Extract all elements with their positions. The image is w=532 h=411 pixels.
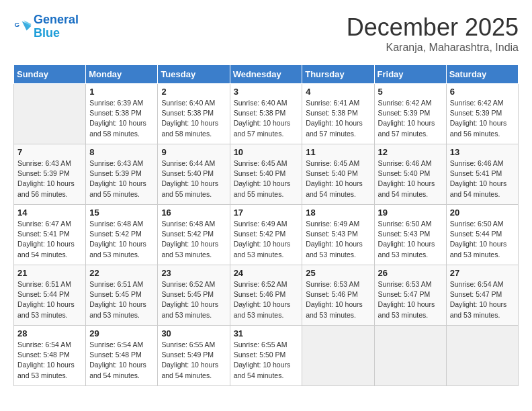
day-number: 8: [89, 147, 154, 157]
day-info: Sunrise: 6:39 AMSunset: 5:38 PMDaylight:…: [89, 98, 154, 139]
calendar-day-cell: 30Sunrise: 6:55 AMSunset: 5:49 PMDayligh…: [158, 326, 230, 386]
calendar-day-cell: 18Sunrise: 6:49 AMSunset: 5:43 PMDayligh…: [302, 205, 374, 265]
calendar-day-cell: 28Sunrise: 6:54 AMSunset: 5:48 PMDayligh…: [14, 326, 86, 386]
weekday-header-row: SundayMondayTuesdayWednesdayThursdayFrid…: [14, 65, 519, 84]
day-number: 4: [306, 87, 370, 97]
day-number: 12: [378, 147, 443, 157]
calendar-table: SundayMondayTuesdayWednesdayThursdayFrid…: [13, 64, 519, 386]
day-info: Sunrise: 6:52 AMSunset: 5:45 PMDaylight:…: [161, 279, 226, 320]
weekday-header-cell: Tuesday: [158, 65, 230, 84]
calendar-day-cell: 27Sunrise: 6:54 AMSunset: 5:47 PMDayligh…: [446, 265, 518, 326]
logo-icon: G: [13, 17, 32, 36]
day-info: Sunrise: 6:53 AMSunset: 5:47 PMDaylight:…: [378, 279, 443, 320]
calendar-day-cell: 7Sunrise: 6:43 AMSunset: 5:39 PMDaylight…: [14, 144, 86, 205]
calendar-week-row: 7Sunrise: 6:43 AMSunset: 5:39 PMDaylight…: [14, 144, 519, 205]
calendar-day-cell: 6Sunrise: 6:42 AMSunset: 5:39 PMDaylight…: [446, 84, 518, 144]
day-info: Sunrise: 6:43 AMSunset: 5:39 PMDaylight:…: [89, 158, 154, 199]
calendar-day-cell: 22Sunrise: 6:51 AMSunset: 5:45 PMDayligh…: [86, 265, 158, 326]
day-number: 24: [234, 268, 299, 278]
day-number: 5: [378, 87, 443, 97]
page-header: G GeneralBlue December 2025 Karanja, Mah…: [13, 13, 519, 54]
day-number: 3: [234, 87, 299, 97]
calendar-day-cell: 1Sunrise: 6:39 AMSunset: 5:38 PMDaylight…: [86, 84, 158, 144]
day-number: 9: [161, 147, 226, 157]
day-number: 14: [17, 208, 82, 218]
calendar-day-cell: 17Sunrise: 6:49 AMSunset: 5:42 PMDayligh…: [230, 205, 302, 265]
day-info: Sunrise: 6:41 AMSunset: 5:38 PMDaylight:…: [306, 98, 370, 139]
month-title: December 2025: [347, 13, 519, 42]
day-number: 21: [17, 268, 82, 278]
day-number: 17: [234, 208, 299, 218]
calendar-day-cell: 5Sunrise: 6:42 AMSunset: 5:39 PMDaylight…: [374, 84, 446, 144]
day-number: 7: [17, 147, 82, 157]
day-number: 1: [89, 87, 154, 97]
weekday-header-cell: Friday: [374, 65, 446, 84]
day-info: Sunrise: 6:50 AMSunset: 5:44 PMDaylight:…: [450, 219, 515, 260]
day-info: Sunrise: 6:40 AMSunset: 5:38 PMDaylight:…: [234, 98, 299, 139]
day-info: Sunrise: 6:49 AMSunset: 5:42 PMDaylight:…: [234, 219, 299, 260]
calendar-day-cell: 13Sunrise: 6:46 AMSunset: 5:41 PMDayligh…: [446, 144, 518, 205]
calendar-day-cell: 14Sunrise: 6:47 AMSunset: 5:41 PMDayligh…: [14, 205, 86, 265]
day-number: 6: [450, 87, 515, 97]
calendar-day-cell: 20Sunrise: 6:50 AMSunset: 5:44 PMDayligh…: [446, 205, 518, 265]
day-info: Sunrise: 6:54 AMSunset: 5:48 PMDaylight:…: [89, 340, 154, 381]
calendar-day-cell: 29Sunrise: 6:54 AMSunset: 5:48 PMDayligh…: [86, 326, 158, 386]
day-number: 29: [89, 328, 154, 338]
day-info: Sunrise: 6:52 AMSunset: 5:46 PMDaylight:…: [234, 279, 299, 320]
day-info: Sunrise: 6:53 AMSunset: 5:46 PMDaylight:…: [306, 279, 370, 320]
calendar-day-cell: 15Sunrise: 6:48 AMSunset: 5:42 PMDayligh…: [86, 205, 158, 265]
day-number: 20: [450, 208, 515, 218]
day-info: Sunrise: 6:46 AMSunset: 5:40 PMDaylight:…: [378, 158, 443, 199]
day-number: 26: [378, 268, 443, 278]
day-info: Sunrise: 6:54 AMSunset: 5:48 PMDaylight:…: [17, 340, 82, 381]
day-info: Sunrise: 6:48 AMSunset: 5:42 PMDaylight:…: [89, 219, 154, 260]
day-number: 18: [306, 208, 370, 218]
weekday-header-cell: Thursday: [302, 65, 374, 84]
title-block: December 2025 Karanja, Maharashtra, Indi…: [347, 13, 519, 54]
day-info: Sunrise: 6:45 AMSunset: 5:40 PMDaylight:…: [306, 158, 370, 199]
day-info: Sunrise: 6:51 AMSunset: 5:44 PMDaylight:…: [17, 279, 82, 320]
day-number: 13: [450, 147, 515, 157]
day-info: Sunrise: 6:42 AMSunset: 5:39 PMDaylight:…: [450, 98, 515, 139]
day-number: 30: [161, 328, 226, 338]
day-number: 2: [161, 87, 226, 97]
day-number: 11: [306, 147, 370, 157]
day-info: Sunrise: 6:51 AMSunset: 5:45 PMDaylight:…: [89, 279, 154, 320]
calendar-day-cell: 19Sunrise: 6:50 AMSunset: 5:43 PMDayligh…: [374, 205, 446, 265]
day-number: 16: [161, 208, 226, 218]
calendar-day-cell: 4Sunrise: 6:41 AMSunset: 5:38 PMDaylight…: [302, 84, 374, 144]
weekday-header-cell: Monday: [86, 65, 158, 84]
calendar-week-row: 28Sunrise: 6:54 AMSunset: 5:48 PMDayligh…: [14, 326, 519, 386]
day-info: Sunrise: 6:40 AMSunset: 5:38 PMDaylight:…: [161, 98, 226, 139]
day-number: 10: [234, 147, 299, 157]
calendar-week-row: 1Sunrise: 6:39 AMSunset: 5:38 PMDaylight…: [14, 84, 519, 144]
calendar-day-cell: [446, 326, 518, 386]
logo-text: GeneralBlue: [34, 13, 79, 40]
location-subtitle: Karanja, Maharashtra, India: [347, 42, 519, 54]
day-info: Sunrise: 6:49 AMSunset: 5:43 PMDaylight:…: [306, 219, 370, 260]
logo: G GeneralBlue: [13, 13, 79, 40]
day-info: Sunrise: 6:55 AMSunset: 5:49 PMDaylight:…: [161, 340, 226, 381]
svg-text:G: G: [14, 21, 19, 28]
weekday-header-cell: Saturday: [446, 65, 518, 84]
day-info: Sunrise: 6:54 AMSunset: 5:47 PMDaylight:…: [450, 279, 515, 320]
calendar-day-cell: 10Sunrise: 6:45 AMSunset: 5:40 PMDayligh…: [230, 144, 302, 205]
day-number: 22: [89, 268, 154, 278]
calendar-day-cell: 8Sunrise: 6:43 AMSunset: 5:39 PMDaylight…: [86, 144, 158, 205]
day-number: 28: [17, 328, 82, 338]
calendar-day-cell: 3Sunrise: 6:40 AMSunset: 5:38 PMDaylight…: [230, 84, 302, 144]
calendar-day-cell: 24Sunrise: 6:52 AMSunset: 5:46 PMDayligh…: [230, 265, 302, 326]
day-number: 15: [89, 208, 154, 218]
calendar-day-cell: [14, 84, 86, 144]
day-info: Sunrise: 6:55 AMSunset: 5:50 PMDaylight:…: [234, 340, 299, 381]
calendar-day-cell: 21Sunrise: 6:51 AMSunset: 5:44 PMDayligh…: [14, 265, 86, 326]
calendar-week-row: 14Sunrise: 6:47 AMSunset: 5:41 PMDayligh…: [14, 205, 519, 265]
calendar-body: 1Sunrise: 6:39 AMSunset: 5:38 PMDaylight…: [14, 84, 519, 386]
calendar-day-cell: 2Sunrise: 6:40 AMSunset: 5:38 PMDaylight…: [158, 84, 230, 144]
day-number: 31: [234, 328, 299, 338]
weekday-header-cell: Sunday: [14, 65, 86, 84]
day-info: Sunrise: 6:45 AMSunset: 5:40 PMDaylight:…: [234, 158, 299, 199]
weekday-header-cell: Wednesday: [230, 65, 302, 84]
calendar-day-cell: 25Sunrise: 6:53 AMSunset: 5:46 PMDayligh…: [302, 265, 374, 326]
calendar-day-cell: 9Sunrise: 6:44 AMSunset: 5:40 PMDaylight…: [158, 144, 230, 205]
